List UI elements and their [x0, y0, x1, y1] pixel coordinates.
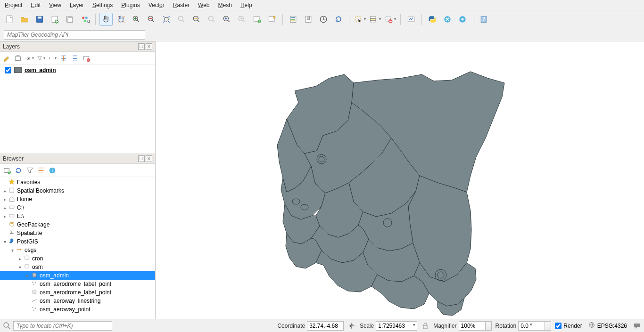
browser-item[interactable]: osm_aerodrome_label_point — [0, 280, 155, 288]
save-project-button[interactable] — [33, 13, 46, 26]
menu-vector[interactable]: Vector — [147, 1, 166, 9]
zoom-next-button[interactable] — [235, 13, 248, 26]
coordinate-value[interactable]: 32.74,-4.68 — [307, 321, 344, 331]
browser-item[interactable]: ▸Spatial Bookmarks — [0, 186, 155, 195]
menu-help[interactable]: Help — [239, 1, 254, 9]
render-checkbox[interactable] — [555, 323, 561, 329]
layers-panel-title[interactable]: Layers ❐ ✕ — [0, 41, 155, 52]
browser-add-icon[interactable]: + — [3, 166, 11, 175]
expand-icon[interactable]: ▾ — [2, 239, 8, 244]
menu-plugins[interactable]: Plugins — [119, 1, 141, 9]
new-print-layout-button[interactable]: + — [48, 13, 61, 26]
browser-item[interactable]: Favorites — [0, 178, 155, 186]
layer-item-osm-admin[interactable]: osm_admin — [0, 65, 155, 75]
layer-visibility-checkbox[interactable] — [5, 67, 11, 73]
crs-indicator[interactable]: EPSG:4326 — [586, 321, 629, 330]
expand-icon[interactable]: ▸ — [2, 197, 8, 202]
open-data-source-manager-button[interactable] — [287, 13, 300, 26]
menu-raster[interactable]: Raster — [171, 1, 191, 9]
browser-collapse-icon[interactable] — [37, 166, 45, 175]
map-canvas[interactable] — [156, 41, 644, 319]
expand-icon[interactable]: ▾ — [9, 248, 15, 253]
manage-map-themes-icon[interactable] — [25, 54, 34, 63]
scale-value[interactable]: 1:7259463 — [376, 321, 417, 331]
maptiler-button[interactable] — [405, 13, 418, 26]
layers-close-icon[interactable]: ✕ — [146, 43, 152, 50]
new-project-button[interactable] — [3, 13, 16, 26]
expand-icon[interactable]: ▸ — [17, 256, 23, 261]
expand-icon[interactable]: ▸ — [25, 273, 30, 278]
add-group-icon[interactable] — [14, 54, 23, 63]
new-map-view-button[interactable]: + — [250, 13, 264, 26]
zoom-to-selection-button[interactable] — [175, 13, 188, 26]
browser-item[interactable]: ▸E:\ — [0, 212, 155, 220]
menu-mesh[interactable]: Mesh — [216, 1, 234, 9]
pan-button[interactable] — [99, 13, 113, 26]
menu-web[interactable]: Web — [196, 1, 211, 9]
browser-properties-icon[interactable]: i — [48, 166, 57, 175]
lock-scale-icon[interactable] — [421, 322, 429, 330]
magnifier-value[interactable]: 100% — [459, 321, 492, 331]
help-button[interactable]: ? — [477, 13, 490, 26]
filter-legend-icon[interactable] — [37, 54, 45, 63]
browser-item[interactable]: ▸Home — [0, 195, 155, 203]
deselect-all-button[interactable] — [383, 13, 396, 26]
menu-view[interactable]: View — [47, 1, 63, 9]
menu-project[interactable]: Project — [3, 1, 24, 9]
style-manager-button[interactable]: a — [78, 13, 91, 26]
layer-styling-icon[interactable] — [3, 54, 11, 63]
browser-close-icon[interactable]: ✕ — [146, 155, 152, 162]
menu-layer[interactable]: Layer — [68, 1, 86, 9]
zoom-in-button[interactable] — [130, 13, 143, 26]
zoom-native-button[interactable] — [205, 13, 218, 26]
menu-edit[interactable]: Edit — [29, 1, 42, 9]
plugin-a-button[interactable] — [441, 13, 454, 26]
browser-item[interactable]: osm_aerodrome_label_point — [0, 288, 155, 297]
zoom-to-layer-button[interactable] — [190, 13, 203, 26]
show-bookmarks-button[interactable] — [302, 13, 315, 26]
python-console-button[interactable] — [426, 13, 439, 26]
open-project-button[interactable] — [18, 13, 31, 26]
expand-icon[interactable]: ▾ — [17, 265, 23, 270]
browser-item[interactable]: osm_aeroway_point — [0, 305, 155, 314]
expand-icon[interactable]: ▸ — [2, 214, 8, 219]
geocoding-input[interactable] — [4, 30, 145, 40]
expand-all-icon[interactable] — [59, 54, 68, 63]
rotation-value[interactable]: 0.0 ° — [518, 321, 551, 331]
browser-tree[interactable]: Favorites▸Spatial Bookmarks▸Home▸C:\▸E:\… — [0, 177, 155, 315]
plugin-b-button[interactable] — [456, 13, 469, 26]
browser-panel-title[interactable]: Browser ❐ ✕ — [0, 154, 155, 164]
layout-manager-button[interactable] — [63, 13, 76, 26]
expand-icon[interactable]: ▸ — [2, 205, 8, 211]
layers-undock-icon[interactable]: ❐ — [138, 43, 145, 50]
browser-item[interactable]: ▾PostGIS — [0, 237, 155, 246]
browser-item[interactable]: GeoPackage — [0, 220, 155, 229]
menu-settings[interactable]: Settings — [91, 1, 115, 9]
browser-undock-icon[interactable]: ❐ — [138, 155, 145, 162]
collapse-all-icon[interactable] — [71, 54, 79, 63]
browser-item[interactable]: ▾osgs — [0, 246, 155, 254]
expand-icon[interactable]: ▸ — [2, 188, 8, 194]
zoom-full-button[interactable] — [160, 13, 173, 26]
browser-refresh-icon[interactable] — [14, 166, 23, 175]
select-features-button[interactable] — [353, 13, 366, 26]
new-bookmark-button[interactable] — [265, 13, 279, 26]
zoom-out-button[interactable] — [145, 13, 158, 26]
browser-item[interactable]: ▸osm_admin — [0, 271, 155, 280]
remove-layer-icon[interactable] — [82, 54, 91, 63]
render-toggle[interactable]: Render — [555, 323, 582, 329]
filter-expression-icon[interactable]: ε — [48, 54, 57, 63]
zoom-last-button[interactable] — [220, 13, 233, 26]
refresh-button[interactable] — [332, 13, 345, 26]
temporal-controller-button[interactable] — [317, 13, 330, 26]
pan-to-selection-button[interactable] — [115, 13, 128, 26]
browser-item[interactable]: ▾osm — [0, 263, 155, 271]
browser-filter-icon[interactable] — [25, 166, 34, 175]
browser-item[interactable]: SpatiaLite — [0, 229, 155, 237]
browser-item[interactable]: osm_aeroway_linestring — [0, 297, 155, 305]
browser-item[interactable]: ▸cron — [0, 254, 155, 263]
locator-input[interactable] — [13, 321, 112, 331]
messages-icon[interactable] — [633, 322, 641, 330]
toggle-extents-icon[interactable] — [347, 322, 356, 330]
browser-item[interactable]: ▸C:\ — [0, 203, 155, 212]
